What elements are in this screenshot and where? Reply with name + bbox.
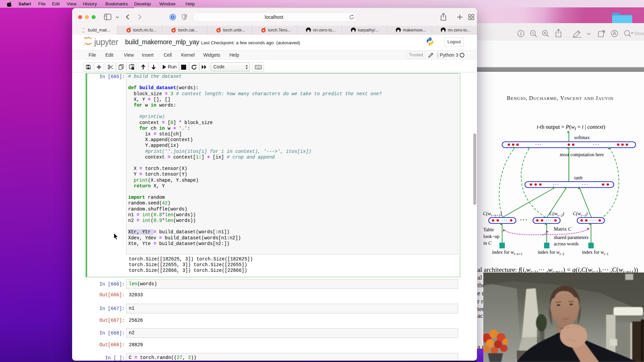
svg-text:C(wt−n+1): C(wt−n+1) <box>483 211 502 217</box>
svg-text:across words: across words <box>554 241 579 246</box>
svg-text:i-th output = P(wt = i | conte: i-th output = P(wt = i | context) <box>537 124 605 131</box>
svg-text:BENGIO, DUCHARME, VINCENT AND: BENGIO, DUCHARME, VINCENT AND JAUVIN <box>507 95 613 101</box>
svg-text:shared parameters: shared parameters <box>554 235 589 240</box>
svg-text:softmax: softmax <box>574 135 590 140</box>
svg-text:r r: r r <box>477 298 483 305</box>
svg-text:C(wt−1): C(wt−1) <box>573 211 588 217</box>
svg-text:in C: in C <box>483 240 492 246</box>
svg-text:Table: Table <box>483 227 494 232</box>
svg-text:index for wt−n+1: index for wt−n+1 <box>492 249 522 256</box>
svg-text:index for wt−1: index for wt−1 <box>582 249 608 256</box>
svg-text:al: al <box>477 274 482 281</box>
svg-text:Matrix C: Matrix C <box>554 226 572 232</box>
svg-text:C(wt−2): C(wt−2) <box>549 211 564 217</box>
svg-text:tanh: tanh <box>574 175 583 180</box>
svg-text:look−up: look−up <box>483 234 499 239</box>
svg-text:ac: ac <box>477 312 483 319</box>
svg-text:index for wt−2: index for wt−2 <box>538 249 564 256</box>
svg-text:most computation here: most computation here <box>560 152 604 157</box>
